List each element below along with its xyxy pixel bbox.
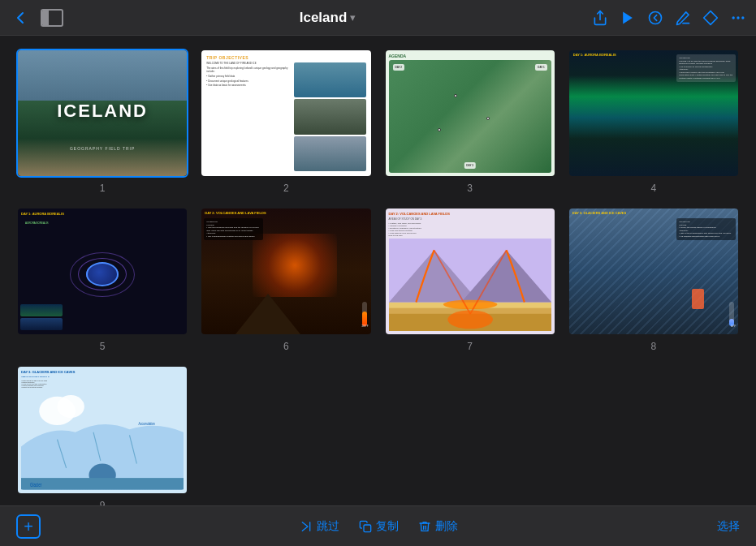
slide3-dot3 — [438, 128, 441, 131]
share-icon[interactable] — [592, 10, 608, 26]
slide2-title: TRIP OBJECTIVES — [206, 55, 365, 60]
copy-button[interactable]: 复制 — [359, 519, 399, 534]
pencil-icon[interactable] — [675, 10, 691, 26]
slides-grid: ICELAND GEOGRAPHY FIELD TRIP 1 TRIP OBJE… — [16, 49, 740, 505]
slide-number-5: 5 — [100, 341, 106, 352]
slide6-lava — [253, 234, 337, 297]
svg-point-12 — [443, 300, 497, 309]
bottom-left: + — [16, 514, 41, 539]
slide9-title: DAY 3: GLACIERS AND ICE CAVES — [21, 370, 184, 374]
slide5-title: DAY 1: AURORA BOREALIS — [21, 212, 184, 216]
select-button[interactable]: 选择 — [717, 519, 740, 534]
svg-point-18 — [58, 395, 84, 418]
slide1-title: ICELAND — [57, 101, 148, 122]
top-bar: Iceland ▾ — [0, 0, 756, 36]
svg-rect-27 — [364, 525, 371, 532]
select-label: 选择 — [717, 519, 740, 534]
svg-rect-23 — [21, 478, 184, 489]
slide-thumb-3[interactable]: AGENDA DAY 1 DAY 2 DAY 3 — [384, 49, 556, 178]
shape-icon[interactable] — [702, 10, 719, 26]
slide-thumb-8[interactable]: DAY 3: GLACIERS AND ICE CAVES SCHEDULE M… — [568, 207, 740, 336]
slide6-schedule: SCHEDULE Morning: • Visit the Kirkjubaer… — [204, 218, 263, 240]
bottom-right: 选择 — [717, 519, 740, 534]
top-bar-center: Iceland ▾ — [300, 10, 356, 26]
top-bar-left — [10, 6, 63, 29]
slide-number-6: 6 — [283, 341, 289, 352]
slide3-dot1 — [454, 94, 457, 97]
slide-number-7: 7 — [467, 341, 473, 352]
slide6-volcano — [235, 294, 300, 334]
document-title: Iceland — [300, 10, 348, 26]
slide-thumb-1[interactable]: ICELAND GEOGRAPHY FIELD TRIP — [16, 49, 188, 178]
slide-item-7[interactable]: DAY 2: VOLCANOES AND LAVA FIELDS AREAS O… — [384, 207, 556, 352]
slide-number-3: 3 — [467, 183, 473, 194]
slide-thumb-7[interactable]: DAY 2: VOLCANOES AND LAVA FIELDS AREAS O… — [384, 207, 556, 336]
slide2-bullet1: • Gather primary field data — [206, 75, 291, 79]
skip-button[interactable]: 跳过 — [300, 519, 339, 534]
slide-thumb-9[interactable]: DAY 3: GLACIERS AND ICE CAVES AREAS OF S… — [16, 365, 188, 494]
slide4-schedule: SCHEDULE Morning: Let us have the aurora… — [676, 54, 736, 82]
slide-item-8[interactable]: DAY 3: GLACIERS AND ICE CAVES SCHEDULE M… — [568, 207, 740, 352]
add-slide-button[interactable]: + — [16, 514, 41, 539]
slide6-title: DAY 2: VOLCANOES AND LAVA FIELDS — [205, 211, 266, 215]
svg-text:Accumulation: Accumulation — [139, 422, 155, 427]
slide2-img3 — [294, 136, 365, 171]
copy-icon — [359, 520, 372, 533]
slide-item-6[interactable]: DAY 2: VOLCANOES AND LAVA FIELDS SCHEDUL… — [200, 207, 372, 352]
slide-thumb-6[interactable]: DAY 2: VOLCANOES AND LAVA FIELDS SCHEDUL… — [200, 207, 372, 336]
add-icon: + — [24, 518, 33, 535]
slide9-bullets: • Determining the age of an ice cave • G… — [21, 380, 184, 388]
slide7-bullets: • Craters, lava lakes, and lava fields •… — [389, 222, 551, 237]
slide8-schedule: SCHEDULE Morning: • Survey the glacial l… — [676, 218, 736, 240]
copy-label: 复制 — [376, 519, 399, 534]
slide-number-9: 9 — [100, 500, 106, 505]
slide-item-5[interactable]: DAY 1: AURORA BOREALIS AURORA BOREALIS A… — [16, 207, 188, 352]
back-button[interactable] — [10, 6, 32, 29]
svg-point-3 — [737, 16, 739, 19]
slides-area: ICELAND GEOGRAPHY FIELD TRIP 1 TRIP OBJE… — [0, 36, 756, 505]
svg-point-4 — [741, 16, 744, 19]
slide4-aurora — [569, 75, 738, 139]
slide2-bullet2: • Document unique geological features — [206, 80, 291, 84]
slide4-title: DAY 1: AURORA BOREALIS — [573, 53, 616, 57]
slide-thumb-2[interactable]: TRIP OBJECTIVES WELCOME TO THE LAND OF F… — [200, 49, 372, 178]
svg-point-5 — [732, 16, 735, 19]
slide8-title: DAY 3: GLACIERS AND ICE CAVES — [572, 211, 626, 215]
slide3-dot2 — [486, 117, 490, 120]
bottom-bar: + 跳过 复制 — [0, 505, 756, 546]
slide8-climber — [692, 289, 704, 309]
slide2-bullet3: • Use data as basis for assessments — [206, 84, 291, 88]
slide-number-4: 4 — [651, 183, 657, 194]
title-chevron-icon: ▾ — [350, 11, 356, 24]
slide2-img2 — [294, 99, 365, 134]
slide-item-3[interactable]: AGENDA DAY 1 DAY 2 DAY 3 3 — [384, 49, 556, 194]
slide-item-9[interactable]: DAY 3: GLACIERS AND ICE CAVES AREAS OF S… — [16, 365, 188, 505]
slide-item-4[interactable]: DAY 1: AURORA BOREALIS SCHEDULE Morning:… — [568, 49, 740, 194]
slide9-subtitle: AREAS OF STUDY ON DAY 3: — [21, 376, 184, 378]
slide3-day1: DAY 1 — [535, 64, 547, 71]
slide-item-2[interactable]: TRIP OBJECTIVES WELCOME TO THE LAND OF F… — [200, 49, 372, 194]
slide-thumb-5[interactable]: DAY 1: AURORA BOREALIS AURORA BOREALIS A… — [16, 207, 188, 336]
slide7-title: DAY 2: VOLCANOES AND LAVA FIELDS — [389, 212, 551, 216]
slide-thumb-4[interactable]: DAY 1: AURORA BOREALIS SCHEDULE Morning:… — [568, 49, 740, 178]
play-icon[interactable] — [620, 10, 636, 26]
delete-icon — [418, 520, 431, 533]
slide-number-2: 2 — [283, 183, 289, 194]
bottom-center: 跳过 复制 删除 — [300, 519, 458, 534]
more-icon[interactable] — [730, 10, 746, 26]
slide2-text: WELCOME TO THE LAND OF FIRE AND ICE — [206, 62, 291, 66]
slide2-body: The aims of this field trip exploring Ic… — [206, 67, 291, 74]
sidebar-toggle-icon[interactable] — [41, 9, 63, 27]
skip-label: 跳过 — [317, 519, 339, 534]
svg-text:Glacier: Glacier — [30, 482, 41, 488]
slide3-title: AGENDA — [389, 54, 551, 58]
svg-point-15 — [447, 311, 493, 329]
slide-item-1[interactable]: ICELAND GEOGRAPHY FIELD TRIP 1 — [16, 49, 188, 194]
delete-button[interactable]: 删除 — [418, 519, 458, 534]
top-bar-right — [592, 10, 746, 26]
rewind-icon[interactable] — [647, 10, 663, 26]
slide2-img1 — [294, 62, 365, 97]
slide3-day2: DAY 2 — [393, 64, 405, 71]
slide3-map: DAY 1 DAY 2 DAY 3 — [389, 60, 551, 173]
slide1-subtitle: GEOGRAPHY FIELD TRIP — [18, 146, 187, 151]
